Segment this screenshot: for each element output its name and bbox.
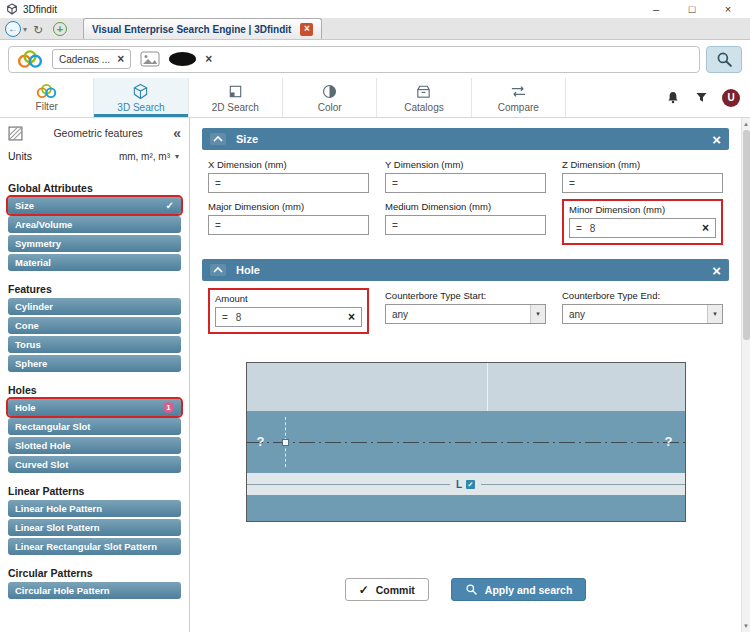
back-history-dropdown-icon[interactable]: ▾ [23, 25, 27, 34]
chevron-down-icon: ▾ [707, 305, 722, 323]
filter-funnel-icon[interactable] [694, 90, 709, 105]
sidebar-item-linear-rectangular-slot-pattern[interactable]: Linear Rectangular Slot Pattern [8, 538, 181, 555]
menu-item-catalogs[interactable]: Catalogs [377, 78, 471, 117]
compare-arrows-icon [510, 83, 527, 100]
units-dropdown[interactable]: mm, m², m³ ▾ [119, 151, 179, 162]
y-dimension-input[interactable]: = [385, 173, 546, 193]
diagram-length-band: L ✓ [247, 473, 685, 495]
tab-title: Visual Enterprise Search Engine | 3Dfind… [92, 24, 291, 35]
chevron-up-icon[interactable] [210, 133, 226, 145]
scroll-up-icon[interactable]: ▲ [743, 118, 749, 130]
x-dimension-input[interactable]: = [208, 173, 369, 193]
panel-title: Hole [236, 264, 260, 276]
3dfindit-logo-icon [17, 49, 43, 69]
apply-and-search-button[interactable]: Apply and search [451, 578, 587, 601]
search-button[interactable] [706, 46, 742, 73]
z-dimension-input[interactable]: = [562, 173, 723, 193]
field-label: Counterbore Type Start: [385, 290, 546, 301]
clear-icon[interactable]: × [348, 311, 355, 323]
sidebar-item-label: Torus [15, 339, 41, 350]
square-2d-icon [227, 83, 244, 100]
close-button[interactable]: × [710, 0, 746, 18]
sidebar-item-symmetry[interactable]: Symmetry [8, 235, 181, 252]
medium-dimension-input[interactable]: = [385, 215, 546, 235]
field-z-dimension: Z Dimension (mm) = [562, 157, 723, 193]
user-avatar[interactable]: U [722, 89, 740, 107]
collapse-sidebar-icon[interactable]: « [173, 125, 181, 141]
sidebar-item-label: Rectangular Slot [15, 421, 91, 432]
sidebar-item-cylinder[interactable]: Cylinder [8, 298, 181, 315]
notifications-bell-icon[interactable] [665, 90, 681, 106]
sidebar-item-curved-slot[interactable]: Curved Slot [8, 456, 181, 473]
sidebar-item-label: Area/Volume [15, 219, 72, 230]
commit-label: Commit [376, 584, 415, 596]
operator: = [392, 220, 398, 231]
close-panel-icon[interactable]: × [712, 132, 721, 147]
menu-item-filter[interactable]: Filter [0, 78, 94, 117]
vertical-scrollbar[interactable]: ▲ ▼ [741, 118, 750, 632]
menu-item-2d-search[interactable]: 2D Search [189, 78, 283, 117]
sidebar-item-hole[interactable]: Hole 1 [8, 399, 181, 416]
sidebar-item-slotted-hole[interactable]: Slotted Hole [8, 437, 181, 454]
field-label: Counterbore Type End: [562, 290, 723, 301]
major-dimension-input[interactable]: = [208, 215, 369, 235]
sidebar-item-label: Linear Slot Pattern [15, 522, 99, 533]
chevron-up-icon[interactable] [210, 264, 226, 276]
chevron-down-icon: ▾ [175, 152, 179, 161]
sidebar-item-linear-slot-pattern[interactable]: Linear Slot Pattern [8, 519, 181, 536]
menu-item-compare[interactable]: Compare [472, 78, 566, 117]
image-search-icon[interactable] [140, 51, 160, 67]
grip-handle[interactable] [282, 439, 289, 446]
sidebar-item-rectangular-slot[interactable]: Rectangular Slot [8, 418, 181, 435]
clear-icon[interactable]: × [702, 222, 709, 234]
sidebar-item-size[interactable]: Size ✓ [8, 197, 181, 214]
refresh-button[interactable]: ↻ [33, 23, 43, 37]
section-label-holes: Holes [8, 384, 181, 396]
back-button[interactable]: ← [5, 21, 21, 37]
browser-tab[interactable]: Visual Enterprise Search Engine | 3Dfind… [83, 18, 322, 39]
sketch-remove-icon[interactable]: × [205, 53, 212, 65]
commit-button[interactable]: ✓ Commit [345, 578, 429, 601]
minimize-button[interactable]: – [638, 0, 674, 18]
counterbore-start-select[interactable]: any ▾ [385, 304, 546, 324]
scrollbar-thumb[interactable] [743, 130, 750, 340]
diagram-hole-band: ? ? [247, 411, 685, 473]
counterbore-end-select[interactable]: any ▾ [562, 304, 723, 324]
sidebar-item-sphere[interactable]: Sphere [8, 355, 181, 372]
chip-label: Cadenas ... [59, 54, 110, 65]
sidebar-item-area-volume[interactable]: Area/Volume [8, 216, 181, 233]
sidebar-item-circular-hole-pattern[interactable]: Circular Hole Pattern [8, 582, 181, 599]
length-checkbox-icon[interactable]: ✓ [466, 480, 475, 489]
menu-item-color[interactable]: Color [283, 78, 377, 117]
tab-close-icon[interactable]: × [300, 23, 313, 36]
close-panel-icon[interactable]: × [712, 263, 721, 278]
sidebar-item-cone[interactable]: Cone [8, 317, 181, 334]
sidebar-item-label: Hole [15, 402, 36, 413]
amount-input[interactable]: = 8 × [215, 307, 362, 327]
operator: = [392, 178, 398, 189]
field-counterbore-start: Counterbore Type Start: any ▾ [385, 288, 546, 324]
chip-remove-icon[interactable]: × [117, 53, 124, 65]
hatch-icon [8, 126, 23, 141]
sketch-shape-chip[interactable] [169, 52, 196, 66]
menu-item-3d-search[interactable]: 3D Search [94, 78, 188, 117]
new-tab-button[interactable]: + [53, 22, 67, 36]
search-input[interactable]: Cadenas ... × × [8, 46, 700, 73]
units-row: Units mm, m², m³ ▾ [0, 148, 189, 170]
field-label: Amount [215, 293, 362, 304]
dimension-grip[interactable] [285, 417, 286, 467]
selected-value: any [392, 309, 408, 320]
selected-value: any [569, 309, 585, 320]
sidebar-item-torus[interactable]: Torus [8, 336, 181, 353]
scroll-down-icon[interactable]: ▼ [743, 620, 749, 632]
sidebar-item-linear-hole-pattern[interactable]: Linear Hole Pattern [8, 500, 181, 517]
maximize-button[interactable]: □ [674, 0, 710, 18]
field-x-dimension: X Dimension (mm) = [208, 157, 369, 193]
window-controls: – □ × [638, 0, 746, 18]
chevron-down-icon: ▾ [530, 305, 545, 323]
check-icon: ✓ [359, 583, 369, 597]
search-term-chip[interactable]: Cadenas ... × [52, 49, 131, 69]
field-label: Z Dimension (mm) [562, 159, 723, 170]
minor-dimension-input[interactable]: = 8 × [569, 218, 716, 238]
sidebar-item-material[interactable]: Material [8, 254, 181, 271]
